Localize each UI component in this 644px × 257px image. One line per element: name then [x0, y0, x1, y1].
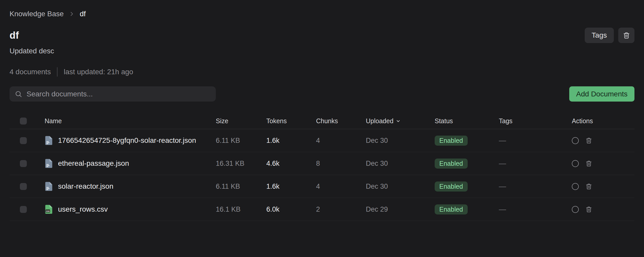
row-name-cell: csv users_rows.csv — [45, 205, 216, 214]
document-name: solar-reactor.json — [58, 182, 113, 190]
trash-icon — [623, 31, 630, 39]
document-chunks: 4 — [316, 137, 366, 145]
table-row[interactable]: ethereal-passage.json 16.31 KB 4.6k 8 De… — [10, 152, 634, 175]
document-status-cell: Enabled — [435, 136, 499, 146]
document-tokens: 1.6k — [266, 183, 316, 190]
tags-button[interactable]: Tags — [585, 28, 614, 43]
document-uploaded: Dec 29 — [366, 205, 435, 213]
csv-file-icon: csv — [45, 205, 53, 214]
sort-chevron-down-icon — [396, 119, 401, 123]
row-name-cell: solar-reactor.json — [45, 182, 216, 191]
trash-icon — [585, 137, 592, 144]
knowledge-base-page: Knowledge Base df df Tags Updated desc 4… — [0, 0, 644, 221]
trash-icon — [585, 206, 592, 213]
kb-meta: 4 documents last updated: 21h ago — [10, 67, 634, 77]
table-body: 1766542654725-8ygfqn0-solar-reactor.json… — [10, 129, 634, 221]
delete-document-button[interactable] — [585, 206, 592, 213]
column-header-chunks[interactable]: Chunks — [316, 117, 366, 125]
document-chunks: 2 — [316, 205, 366, 213]
page-title: df — [10, 30, 19, 41]
document-size: 16.31 KB — [216, 160, 266, 168]
row-checkbox[interactable] — [20, 206, 27, 213]
breadcrumb-knowledge-base-link[interactable]: Knowledge Base — [10, 10, 64, 18]
column-header-actions: Actions — [572, 117, 634, 125]
row-name-cell: 1766542654725-8ygfqn0-solar-reactor.json — [45, 136, 216, 145]
toolbar: Add Documents — [10, 86, 634, 102]
breadcrumb-current: df — [80, 10, 86, 18]
toggle-status-button[interactable] — [572, 183, 579, 190]
meta-divider — [57, 67, 57, 77]
column-header-name[interactable]: Name — [45, 117, 216, 125]
row-checkbox[interactable] — [20, 160, 27, 167]
row-checkbox[interactable] — [20, 183, 27, 190]
json-file-icon — [45, 159, 53, 168]
search-input[interactable] — [26, 90, 211, 98]
delete-document-button[interactable] — [585, 183, 592, 190]
column-header-size[interactable]: Size — [216, 117, 266, 125]
document-status-cell: Enabled — [435, 181, 499, 192]
row-actions — [572, 206, 634, 213]
table-header: Name Size Tokens Chunks Uploaded Status … — [10, 113, 634, 129]
breadcrumb-chevron-icon — [69, 11, 75, 17]
json-file-icon — [45, 136, 53, 145]
trash-icon — [585, 183, 592, 190]
document-status-cell: Enabled — [435, 159, 499, 169]
add-documents-button[interactable]: Add Documents — [569, 86, 634, 102]
toggle-status-button[interactable] — [572, 137, 579, 144]
select-all-cell — [10, 118, 45, 125]
table-row[interactable]: 1766542654725-8ygfqn0-solar-reactor.json… — [10, 129, 634, 152]
document-name: ethereal-passage.json — [58, 159, 129, 168]
document-status-cell: Enabled — [435, 204, 499, 214]
row-actions — [572, 160, 634, 167]
document-tokens: 1.6k — [266, 137, 316, 145]
document-uploaded: Dec 30 — [366, 137, 435, 145]
column-header-uploaded-label: Uploaded — [366, 117, 393, 125]
toggle-status-button[interactable] — [572, 206, 579, 213]
select-all-checkbox[interactable] — [20, 118, 27, 125]
document-count: 4 documents — [10, 68, 51, 76]
document-tags: — — [499, 159, 572, 168]
documents-table: Name Size Tokens Chunks Uploaded Status … — [10, 113, 634, 221]
delete-knowledge-base-button[interactable] — [618, 28, 634, 43]
svg-text:csv: csv — [46, 210, 50, 212]
row-actions — [572, 183, 634, 190]
document-tags: — — [499, 182, 572, 190]
search-box[interactable] — [10, 86, 216, 102]
delete-document-button[interactable] — [585, 160, 592, 167]
row-checkbox-cell — [10, 206, 45, 213]
status-badge: Enabled — [435, 159, 468, 169]
row-checkbox[interactable] — [20, 137, 27, 144]
document-chunks: 4 — [316, 183, 366, 190]
document-uploaded: Dec 30 — [366, 183, 435, 190]
status-badge: Enabled — [435, 204, 468, 214]
json-file-icon — [45, 182, 53, 191]
document-uploaded: Dec 30 — [366, 160, 435, 168]
last-updated: last updated: 21h ago — [64, 68, 133, 76]
document-size: 16.1 KB — [216, 205, 266, 213]
row-name-cell: ethereal-passage.json — [45, 159, 216, 168]
breadcrumb: Knowledge Base df — [10, 10, 634, 18]
document-name: users_rows.csv — [58, 205, 108, 213]
row-checkbox-cell — [10, 160, 45, 167]
title-actions: Tags — [585, 28, 634, 43]
document-size: 6.11 KB — [216, 183, 266, 190]
column-header-tags[interactable]: Tags — [499, 117, 572, 125]
document-tags: — — [499, 136, 572, 145]
column-header-uploaded[interactable]: Uploaded — [366, 117, 435, 125]
column-header-status[interactable]: Status — [435, 117, 499, 125]
table-row[interactable]: solar-reactor.json 6.11 KB 1.6k 4 Dec 30… — [10, 175, 634, 198]
title-row: df Tags — [10, 28, 634, 43]
document-chunks: 8 — [316, 160, 366, 168]
toggle-status-button[interactable] — [572, 160, 579, 167]
trash-icon — [585, 160, 592, 167]
status-badge: Enabled — [435, 181, 468, 192]
document-size: 6.11 KB — [216, 137, 266, 145]
document-tokens: 4.6k — [266, 160, 316, 168]
table-row[interactable]: csv users_rows.csv 16.1 KB 6.0k 2 Dec 29… — [10, 198, 634, 221]
row-actions — [572, 137, 634, 144]
column-header-tokens[interactable]: Tokens — [266, 117, 316, 125]
document-name: 1766542654725-8ygfqn0-solar-reactor.json — [58, 136, 196, 145]
delete-document-button[interactable] — [585, 137, 592, 144]
row-checkbox-cell — [10, 183, 45, 190]
row-checkbox-cell — [10, 137, 45, 144]
